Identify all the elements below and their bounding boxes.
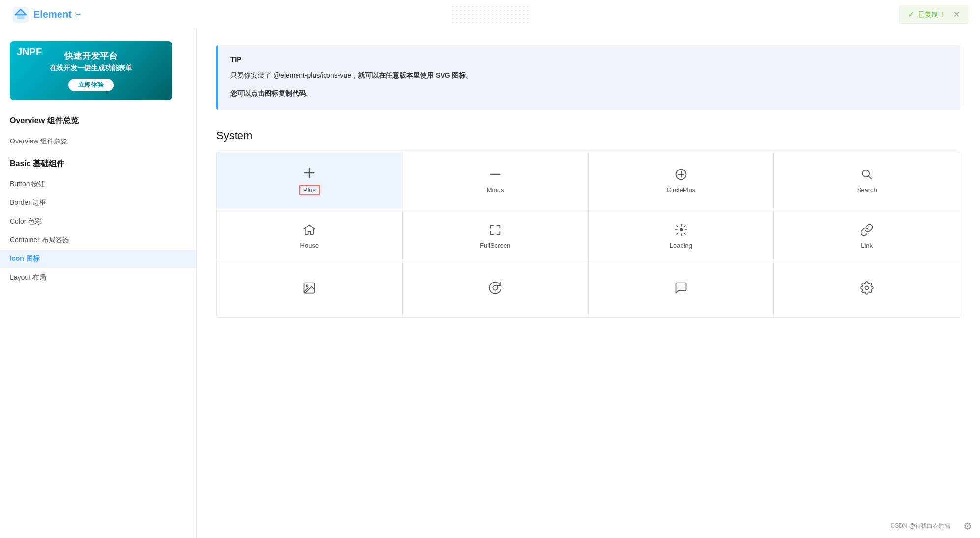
- copy-toast-text: 已复制！: [918, 10, 946, 19]
- plus-icon: [302, 166, 316, 180]
- svg-point-21: [865, 286, 869, 289]
- tip-line1: 只要你安装了 @element-plus/icons-vue，就可以在任意版本里…: [230, 69, 949, 82]
- settings-icon: [860, 281, 874, 295]
- house-icon: [302, 223, 316, 237]
- icon-cell-9[interactable]: [217, 263, 403, 317]
- system-section-title: System: [216, 129, 960, 142]
- element-plus-logo-icon: [12, 6, 30, 24]
- ad-banner[interactable]: JNPF 快速开发平台 在线开发一键生成功能表单 立即体验: [10, 41, 172, 100]
- tip-title: TIP: [230, 55, 949, 63]
- ad-subtitle: 在线开发一键生成功能表单: [50, 64, 132, 73]
- ad-title: 快速开发平台: [64, 50, 118, 62]
- dots-decoration: [451, 5, 530, 25]
- sidebar-section-basic: Basic 基础组件 Button 按钮 Border 边框 Color 色彩 …: [0, 155, 196, 287]
- svg-line-8: [868, 176, 871, 179]
- svg-line-17: [684, 226, 685, 227]
- icon-cell-house[interactable]: House: [217, 209, 403, 263]
- gear-settings-icon[interactable]: ⚙: [963, 520, 972, 532]
- icon-cell-10[interactable]: [403, 263, 589, 317]
- header-center-decoration: [451, 5, 530, 25]
- icon-cell-fullscreen[interactable]: FullScreen: [403, 209, 589, 263]
- icon-cell-search[interactable]: Search: [774, 152, 960, 209]
- sidebar: JNPF 快速开发平台 在线开发一键生成功能表单 立即体验 Overview 组…: [0, 29, 197, 538]
- svg-line-13: [684, 233, 685, 234]
- ad-button[interactable]: 立即体验: [68, 79, 114, 91]
- csdn-watermark: CSDN @待我白衣胜雪: [891, 522, 950, 530]
- sidebar-item-button[interactable]: Button 按钮: [0, 175, 196, 194]
- icon-cell-12[interactable]: [774, 263, 960, 317]
- plus-label: Plus: [299, 185, 320, 195]
- icon-cell-loading[interactable]: Loading: [589, 209, 774, 263]
- sidebar-section-title-overview: Overview 组件总览: [0, 112, 196, 132]
- sidebar-item-icon[interactable]: Icon 图标: [0, 250, 196, 268]
- icon-cell-11[interactable]: [589, 263, 774, 317]
- svg-point-19: [307, 285, 309, 287]
- picture-icon: [302, 281, 316, 295]
- icon-cell-circleplus[interactable]: CirclePlus: [589, 152, 774, 209]
- svg-point-9: [680, 229, 683, 231]
- sidebar-section-overview: Overview 组件总览 Overview 组件总览: [0, 112, 196, 151]
- loading-icon: [674, 223, 688, 237]
- circleplus-icon: [674, 168, 688, 181]
- sidebar-ad[interactable]: JNPF 快速开发平台 在线开发一键生成功能表单 立即体验: [10, 41, 186, 100]
- tip-box: TIP 只要你安装了 @element-plus/icons-vue，就可以在任…: [216, 45, 960, 110]
- copy-toast: ✓ 已复制！ ✕: [899, 5, 968, 24]
- copy-toast-close-icon[interactable]: ✕: [953, 10, 960, 19]
- minus-icon: [488, 168, 502, 181]
- ad-logo-text: JNPF: [17, 46, 42, 57]
- loading-label: Loading: [670, 242, 692, 249]
- link-label: Link: [861, 242, 873, 249]
- tip-line2: 您可以点击图标复制代码。: [230, 87, 949, 100]
- chat-icon: [674, 281, 688, 295]
- search-label: Search: [857, 186, 877, 194]
- house-label: House: [300, 242, 319, 249]
- icon-cell-link[interactable]: Link: [774, 209, 960, 263]
- sidebar-section-title-basic: Basic 基础组件: [0, 155, 196, 175]
- copy-check-icon: ✓: [908, 10, 914, 19]
- search-icon: [860, 168, 874, 181]
- icon-cell-minus[interactable]: Minus: [403, 152, 589, 209]
- logo-plus: +: [76, 10, 80, 19]
- sidebar-item-border[interactable]: Border 边框: [0, 194, 196, 212]
- link-icon: [860, 223, 874, 237]
- layout: JNPF 快速开发平台 在线开发一键生成功能表单 立即体验 Overview 组…: [0, 29, 980, 538]
- logo-container: Element+: [12, 6, 80, 24]
- tip-body: 只要你安装了 @element-plus/icons-vue，就可以在任意版本里…: [230, 69, 949, 100]
- logo-text: Element: [33, 9, 72, 20]
- header: Element+ ✓ 已复制！ ✕: [0, 0, 980, 29]
- sidebar-item-container[interactable]: Container 布局容器: [0, 231, 196, 250]
- minus-label: Minus: [487, 186, 504, 194]
- sidebar-item-color[interactable]: Color 色彩: [0, 212, 196, 231]
- fullscreen-label: FullScreen: [480, 242, 510, 249]
- sidebar-item-layout[interactable]: Layout 布局: [0, 268, 196, 287]
- circleplus-label: CirclePlus: [667, 186, 696, 194]
- main-content: TIP 只要你安装了 @element-plus/icons-vue，就可以在任…: [197, 29, 980, 538]
- fullscreen-icon: [488, 223, 502, 237]
- refresh-icon: [488, 281, 502, 295]
- svg-line-16: [677, 233, 678, 234]
- svg-point-20: [493, 285, 497, 290]
- sidebar-item-overview[interactable]: Overview 组件总览: [0, 132, 196, 151]
- svg-line-12: [677, 226, 678, 227]
- icon-grid: Plus Minus: [216, 152, 960, 318]
- icon-cell-plus[interactable]: Plus: [217, 152, 403, 209]
